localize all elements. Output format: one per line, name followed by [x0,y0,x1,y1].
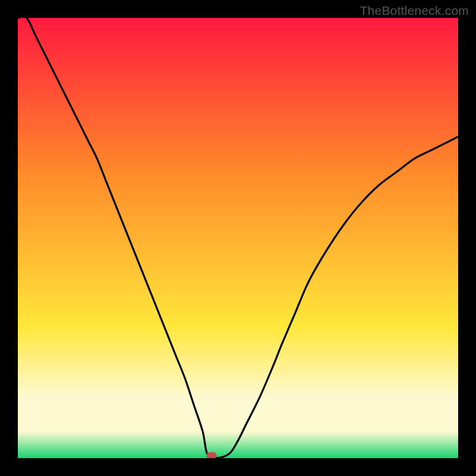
gradient-background [18,18,458,458]
chart-frame: TheBottleneck.com [0,0,476,476]
plot-area [18,18,458,458]
minimum-marker [206,452,216,458]
plot-svg [18,18,458,458]
watermark-text: TheBottleneck.com [360,4,469,18]
